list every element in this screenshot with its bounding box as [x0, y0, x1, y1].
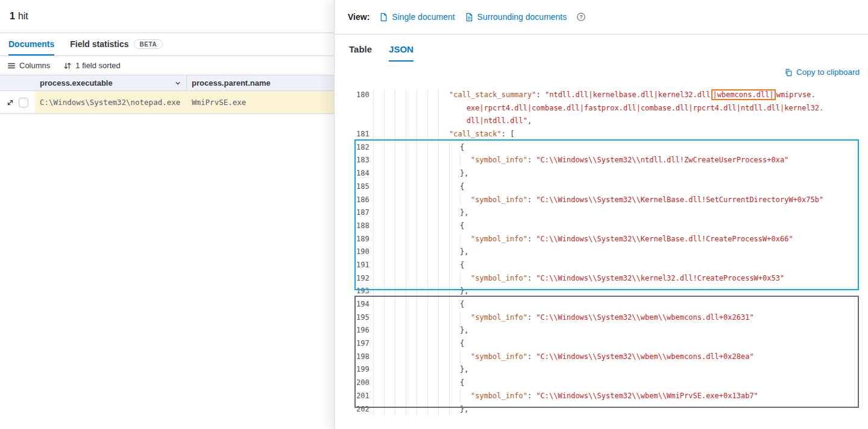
code-line[interactable]: 197{ [356, 337, 860, 351]
code-line[interactable]: 190}, [356, 246, 860, 259]
code-line[interactable]: 193}, [356, 285, 860, 298]
code-line[interactable]: 191{ [356, 259, 860, 272]
single-document-label: Single document [392, 12, 454, 22]
columns-label: Columns [19, 61, 50, 70]
code-line[interactable]: exe|rpcrt4.dll|combase.dll|fastprox.dll|… [356, 102, 860, 115]
beta-badge: BETA [134, 39, 163, 49]
copy-icon [784, 68, 793, 77]
results-tabs: Documents Field statistics BETA [0, 33, 334, 56]
single-document-link[interactable]: Single document [379, 12, 454, 22]
code-line[interactable]: 189"symbol_info": "C:\\Windows\\System32… [356, 233, 860, 246]
tab-documents[interactable]: Documents [8, 33, 54, 56]
cell-process-parent-name[interactable]: WmiPrvSE.exe [187, 91, 334, 113]
discover-page: 1 hit Documents Field statistics BETA Co… [0, 0, 868, 429]
code-line[interactable]: 199}, [356, 363, 860, 377]
hits-summary: 1 hit [0, 0, 334, 33]
document-icon [379, 13, 388, 22]
tab-documents-label: Documents [8, 39, 54, 49]
documents-icon [465, 13, 474, 22]
code-line[interactable]: 187}, [356, 206, 860, 220]
code-line[interactable]: 180"call_stack_summary": "ntdll.dll|kern… [356, 89, 860, 102]
code-line[interactable]: 201"symbol_info": "C:\\Windows\\System32… [356, 390, 860, 403]
code-line[interactable]: 200{ [356, 377, 860, 390]
row-controls [0, 91, 35, 113]
tab-field-statistics-label: Field statistics [70, 39, 128, 49]
copy-label: Copy to clipboard [796, 68, 860, 77]
tab-table[interactable]: Table [349, 44, 372, 62]
flyout-tabs: Table JSON [335, 34, 868, 62]
code-line[interactable]: 194{ [356, 298, 860, 311]
sorted-label: 1 field sorted [75, 61, 120, 70]
code-line[interactable]: 182{ [356, 141, 860, 154]
code-line[interactable]: 181"call_stack": [ [356, 128, 860, 141]
table-row: C:\Windows\System32\notepad.exe WmiPrvSE… [0, 91, 334, 114]
code-line[interactable]: 185{ [356, 180, 860, 194]
code-line[interactable]: 198"symbol_info": "C:\\Windows\\System32… [356, 351, 860, 364]
column-header-label: process.parent.name [192, 78, 271, 87]
document-flyout: View: Single document Surrounding docume… [334, 0, 868, 429]
expand-row-icon[interactable] [6, 98, 14, 107]
cell-process-executable[interactable]: C:\Windows\System32\notepad.exe [35, 91, 187, 113]
svg-text:?: ? [580, 14, 583, 20]
sort-fields-button[interactable]: 1 field sorted [63, 61, 120, 70]
code-line[interactable]: 196}, [356, 324, 860, 337]
flyout-header: View: Single document Surrounding docume… [335, 0, 868, 34]
code-line[interactable]: 188{ [356, 220, 860, 233]
column-header-label: process.executable [40, 78, 113, 87]
code-line[interactable]: 202}, [356, 403, 860, 416]
code-line[interactable]: 186"symbol_info": "C:\\Windows\\System32… [356, 194, 860, 207]
help-icon[interactable]: ? [576, 12, 586, 22]
code-line[interactable]: 192"symbol_info": "C:\\Windows\\System32… [356, 272, 860, 285]
chevron-down-icon[interactable] [174, 80, 181, 87]
columns-button[interactable]: Columns [7, 61, 50, 70]
hits-count: 1 [10, 11, 15, 22]
column-header-process-parent-name[interactable]: process.parent.name [187, 75, 334, 91]
code-line[interactable]: dll|ntdll.dll", [356, 115, 860, 128]
code-line[interactable]: 184}, [356, 167, 860, 180]
tab-field-statistics[interactable]: Field statistics BETA [70, 33, 163, 56]
tab-json[interactable]: JSON [389, 44, 414, 62]
surrounding-documents-link[interactable]: Surrounding documents [465, 12, 567, 22]
column-header-process-executable[interactable]: process.executable [35, 75, 187, 91]
surrounding-documents-label: Surrounding documents [477, 12, 567, 22]
results-panel: 1 hit Documents Field statistics BETA Co… [0, 0, 334, 429]
json-code[interactable]: 180"call_stack_summary": "ntdll.dll|kern… [356, 85, 860, 416]
view-label: View: [348, 12, 370, 22]
row-checkbox[interactable] [19, 98, 28, 107]
grid-header: process.executable process.parent.name [0, 75, 334, 91]
grid-toolbar: Columns 1 field sorted [0, 56, 334, 75]
columns-icon [7, 62, 16, 70]
code-line[interactable]: 195"symbol_info": "C:\\Windows\\System32… [356, 311, 860, 325]
copy-to-clipboard-button[interactable]: Copy to clipboard [335, 62, 868, 77]
header-control-cell [0, 75, 35, 91]
sort-icon [63, 62, 72, 70]
hits-label: hit [18, 11, 28, 22]
code-line[interactable]: 183"symbol_info": "C:\\Windows\\System32… [356, 154, 860, 167]
